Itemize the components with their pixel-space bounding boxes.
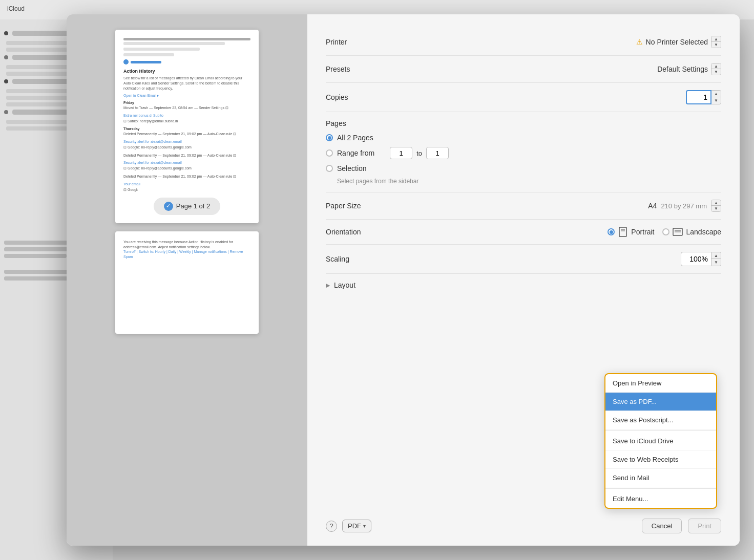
- selection-radio[interactable]: [326, 165, 333, 172]
- settings-container: Printer ⚠ No Printer Selected ▲ ▼ Preset…: [307, 14, 740, 546]
- preview-small-text: Deleted Permanently — September 21, 09:0…: [123, 174, 250, 179]
- dropdown-item-open-preview[interactable]: Open in Preview: [605, 374, 716, 393]
- dropdown-separator-2: [605, 488, 716, 489]
- preview-small-text: ⊡ Google: no-reply@accounts.google.com: [123, 145, 250, 150]
- preview-small-text: ⊡ Google: no-reply@accounts.google.com: [123, 166, 250, 171]
- preview-panel: Action History See below for a list of m…: [67, 14, 307, 546]
- copies-row: Copies ▲ ▼: [326, 83, 721, 112]
- pdf-button[interactable]: PDF ▾: [342, 520, 371, 532]
- scaling-row: Scaling ▲ ▼: [326, 245, 721, 274]
- preview-small-text: Deleted Permanently — September 21, 09:0…: [123, 132, 250, 137]
- preview-label: Thursday: [123, 127, 250, 131]
- pdf-label: PDF: [348, 522, 361, 530]
- all-pages-radio-row[interactable]: All 2 Pages: [326, 134, 721, 142]
- paper-size-label: Paper Size: [326, 202, 361, 210]
- all-pages-label: All 2 Pages: [337, 134, 373, 142]
- preview-line: [123, 53, 174, 56]
- page-2-preview: You are receiving this message because A…: [115, 231, 259, 334]
- paper-size-stepper[interactable]: ▲ ▼: [711, 200, 721, 212]
- dropdown-item-save-postscript[interactable]: Save as Postscript...: [605, 411, 716, 429]
- dropdown-item-save-icloud[interactable]: Save to iCloud Drive: [605, 432, 716, 450]
- range-radio[interactable]: [326, 149, 333, 157]
- portrait-radio[interactable]: [608, 228, 615, 235]
- all-pages-radio[interactable]: [326, 134, 333, 141]
- dropdown-item-edit-menu[interactable]: Edit Menu...: [605, 490, 716, 508]
- presets-arrow-down[interactable]: ▼: [711, 69, 721, 75]
- bg-content-row: [4, 254, 67, 258]
- printer-row: Printer ⚠ No Printer Selected ▲ ▼: [326, 29, 721, 56]
- scaling-field[interactable]: [681, 252, 711, 266]
- page-badge-text: Page 1 of 2: [176, 202, 211, 210]
- copies-field[interactable]: [686, 90, 711, 104]
- printer-arrow-up[interactable]: ▲: [711, 36, 721, 42]
- scaling-arrow-up[interactable]: ▲: [711, 252, 721, 259]
- landscape-label: Landscape: [686, 228, 721, 236]
- paper-dims: 210 by 297 mm: [661, 202, 707, 210]
- range-from-field[interactable]: [390, 147, 412, 159]
- landscape-radio[interactable]: [662, 228, 669, 235]
- range-radio-row: Range from to: [326, 147, 721, 159]
- preview-small-text: See below for a list of messages affecte…: [123, 76, 250, 91]
- paper-arrow-down[interactable]: ▼: [711, 206, 721, 211]
- preview-link: Your email: [123, 182, 250, 186]
- landscape-option[interactable]: Landscape: [662, 227, 721, 237]
- sidebar-sub-row: [6, 102, 68, 106]
- portrait-option[interactable]: Portrait: [608, 227, 654, 237]
- presets-current: Default Settings: [657, 65, 708, 73]
- preview-logo: [123, 59, 129, 64]
- printer-label: Printer: [326, 38, 347, 46]
- scaling-input-group: ▲ ▼: [681, 252, 721, 266]
- range-to-field[interactable]: [426, 147, 449, 159]
- pdf-dropdown-arrow: ▾: [363, 523, 366, 529]
- copies-arrow-down[interactable]: ▼: [711, 97, 721, 104]
- copies-arrow-up[interactable]: ▲: [711, 91, 721, 97]
- printer-stepper[interactable]: ▲ ▼: [711, 36, 721, 48]
- pages-section: Pages All 2 Pages Range from to: [326, 112, 721, 192]
- paper-arrow-up[interactable]: ▲: [711, 200, 721, 206]
- preview-link: Security alert for alexai@clean.email: [123, 161, 250, 164]
- dropdown-item-save-web[interactable]: Save to Web Receipts: [605, 450, 716, 469]
- dropdown-item-save-pdf[interactable]: Save as PDF...: [605, 393, 716, 411]
- selection-radio-row: Selection: [326, 164, 721, 173]
- page-badge: ✓ Page 1 of 2: [154, 198, 221, 215]
- range-label: Range from: [337, 149, 374, 157]
- dropdown-item-send-mail[interactable]: Send in Mail: [605, 469, 716, 487]
- orientation-label: Orientation: [326, 228, 361, 236]
- sidebar-dot: [4, 31, 8, 35]
- copies-stepper[interactable]: ▲ ▼: [711, 90, 721, 104]
- bottom-right-controls: Cancel Print: [642, 519, 721, 533]
- pdf-dropdown-menu: Open in Preview Save as PDF... Save as P…: [604, 373, 717, 509]
- presets-label: Presets: [326, 65, 350, 73]
- preview-small-text: ⊡ Googl:: [123, 187, 250, 192]
- bottom-bar: ? PDF ▾ Cancel Print: [307, 510, 740, 546]
- badge-check-icon: ✓: [164, 202, 173, 211]
- preview-link: Extra nei bonus di Subito: [123, 114, 250, 117]
- layout-label: Layout: [334, 281, 355, 289]
- presets-stepper[interactable]: ▲ ▼: [711, 63, 721, 75]
- preview-link: Open in Clean Email ▸: [123, 94, 250, 98]
- presets-value: Default Settings ▲ ▼: [657, 63, 721, 75]
- range-to-text: to: [416, 149, 422, 157]
- dropdown-separator-1: [605, 430, 716, 431]
- paper-name: A4: [648, 202, 657, 210]
- svg-rect-0: [619, 227, 626, 236]
- paper-size-value: A4 210 by 297 mm ▲ ▼: [648, 200, 721, 212]
- preview-small-text: Moved to Trash — September 23, 08:54 am …: [123, 105, 250, 111]
- presets-row: Presets Default Settings ▲ ▼: [326, 56, 721, 83]
- help-button[interactable]: ?: [326, 521, 337, 532]
- cancel-button[interactable]: Cancel: [642, 519, 682, 533]
- preview-link: Security alert for alexai@clean.email: [123, 140, 250, 143]
- scaling-stepper[interactable]: ▲ ▼: [711, 252, 721, 266]
- printer-arrow-down[interactable]: ▼: [711, 42, 721, 48]
- layout-row[interactable]: ▶ Layout: [326, 274, 721, 296]
- presets-arrow-up[interactable]: ▲: [711, 63, 721, 69]
- preview-label: Friday: [123, 101, 250, 104]
- range-inputs: to: [390, 147, 449, 159]
- preview-section-title: Action History: [123, 69, 250, 74]
- print-button[interactable]: Print: [688, 519, 721, 533]
- preview-line: [123, 38, 250, 40]
- copies-input-group: ▲ ▼: [686, 90, 721, 104]
- scaling-arrow-down[interactable]: ▼: [711, 259, 721, 266]
- app-title: iCloud: [7, 5, 25, 12]
- sidebar-sub-row: [6, 72, 68, 76]
